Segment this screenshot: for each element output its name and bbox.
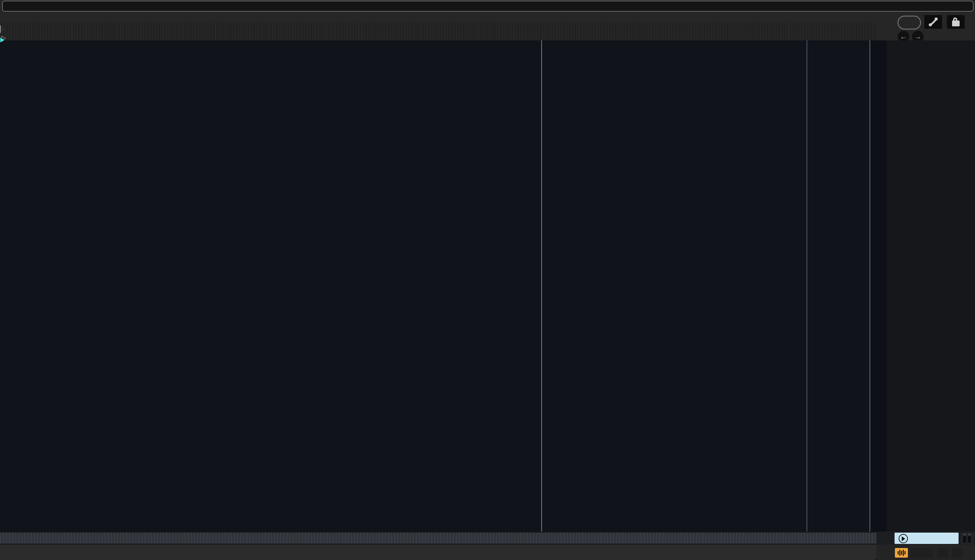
- time-ruler[interactable]: [0, 545, 877, 560]
- lock-envelopes-button[interactable]: [947, 15, 965, 29]
- draw-mode-icon: [929, 17, 938, 27]
- bar-number-ruler[interactable]: [0, 12, 877, 23]
- main-track-header[interactable]: [895, 533, 958, 544]
- daw-arrangement-view: ▷ ← →: [0, 0, 975, 560]
- zoom-height-button[interactable]: [937, 548, 948, 558]
- horizontal-scrollbar[interactable]: [0, 532, 877, 545]
- loop-brace[interactable]: [0, 25, 1, 33]
- play-circle-icon[interactable]: [899, 534, 908, 543]
- track-panel: [887, 40, 975, 545]
- set-locator-button[interactable]: [898, 16, 921, 30]
- audition-waveform-button[interactable]: [895, 548, 908, 558]
- arrangement-overview[interactable]: [2, 1, 973, 12]
- main-track-meter: [961, 533, 973, 544]
- arrangement-grid[interactable]: [0, 40, 887, 532]
- top-chrome: ▷ ← →: [0, 0, 975, 40]
- draw-mode-button[interactable]: [924, 15, 942, 29]
- zoom-width-button[interactable]: [952, 548, 963, 558]
- bar-tick-ruler[interactable]: ▷: [0, 23, 877, 40]
- playback-speed-field[interactable]: [911, 548, 933, 558]
- lock-icon: [952, 20, 960, 27]
